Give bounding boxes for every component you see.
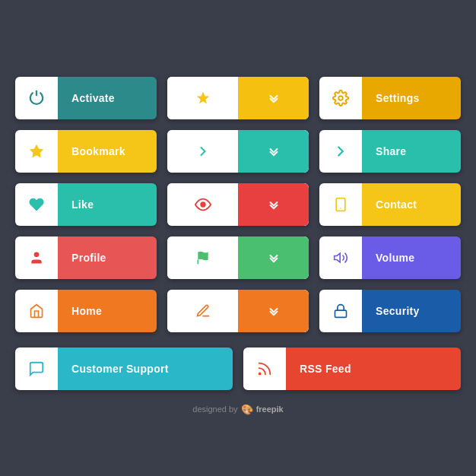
like-icon-area: [15, 183, 58, 226]
rss-feed-label: RSS Feed: [286, 347, 461, 390]
svg-point-1: [338, 96, 343, 100]
bookmark-label: Bookmark: [58, 130, 157, 173]
svg-rect-4: [336, 198, 345, 211]
home-icon-area: [15, 290, 58, 332]
contact-mid-icon: [167, 183, 238, 226]
chevron-right-icon: [332, 143, 349, 160]
like-button[interactable]: Like: [15, 183, 157, 226]
bookmark-mid-button[interactable]: [167, 77, 309, 119]
footer-text: designed by: [192, 405, 237, 414]
share-mid-chevrons: [238, 130, 309, 173]
activate-icon-area: [15, 77, 58, 119]
volume-mid-button[interactable]: [167, 236, 309, 279]
volume-label: Volume: [362, 236, 461, 279]
house-icon: [29, 303, 44, 319]
customer-support-label: Customer Support: [58, 347, 233, 390]
security-mid-color: [238, 290, 309, 332]
bookmark-icon-area: [15, 130, 58, 173]
chat-icon: [28, 360, 45, 377]
svg-rect-9: [335, 310, 347, 317]
share-mid-button[interactable]: [167, 130, 309, 173]
svg-marker-2: [30, 144, 43, 157]
volume-mid-icon: [167, 236, 238, 279]
share-label: Share: [362, 130, 461, 173]
bookmark-mid-icon: [167, 77, 238, 119]
svg-marker-8: [335, 253, 341, 262]
profile-button[interactable]: Profile: [15, 236, 157, 279]
share-icon-area: [319, 130, 362, 173]
user-icon: [29, 250, 44, 265]
share-button[interactable]: Share: [319, 130, 461, 173]
home-button[interactable]: Home: [15, 290, 157, 332]
volume-icon-area: [319, 236, 362, 279]
share-mid-icon: [167, 130, 238, 173]
security-mid-button[interactable]: [167, 290, 309, 332]
gear-icon: [332, 90, 349, 106]
profile-label: Profile: [58, 236, 157, 279]
rss-icon: [256, 360, 273, 377]
freepik-icon: 🎨: [241, 404, 253, 415]
footer: designed by 🎨 freepik: [192, 404, 283, 415]
settings-label: Settings: [362, 77, 461, 119]
contact-mid-color: [238, 183, 309, 226]
activate-label: Activate: [58, 77, 157, 119]
contact-label: Contact: [362, 183, 461, 226]
svg-point-6: [34, 252, 40, 257]
settings-button[interactable]: Settings: [319, 77, 461, 119]
security-icon-area: [319, 290, 362, 332]
power-icon: [28, 90, 45, 106]
volume-mid-color: [238, 236, 309, 279]
bookmark-mid-chevrons: [238, 77, 309, 119]
svg-marker-0: [196, 91, 209, 103]
customer-support-button[interactable]: Customer Support: [15, 347, 233, 390]
lock-icon: [333, 303, 348, 319]
phone-icon: [333, 197, 348, 212]
activate-button[interactable]: Activate: [15, 77, 157, 119]
svg-point-3: [201, 202, 205, 207]
settings-icon-area: [319, 77, 362, 119]
like-label: Like: [58, 183, 157, 226]
home-label: Home: [58, 290, 157, 332]
heart-icon: [28, 196, 45, 213]
customer-support-icon-area: [15, 347, 58, 390]
security-button[interactable]: Security: [319, 290, 461, 332]
footer-brand: freepik: [256, 405, 284, 414]
security-label: Security: [362, 290, 461, 332]
speaker-icon: [333, 250, 348, 265]
contact-button[interactable]: Contact: [319, 183, 461, 226]
rss-feed-icon-area: [243, 347, 286, 390]
svg-point-10: [259, 373, 261, 374]
rss-feed-button[interactable]: RSS Feed: [243, 347, 461, 390]
volume-button[interactable]: Volume: [319, 236, 461, 279]
contact-icon-area: [319, 183, 362, 226]
contact-mid-button[interactable]: [167, 183, 309, 226]
profile-icon-area: [15, 236, 58, 279]
bookmark-button[interactable]: Bookmark: [15, 130, 157, 173]
star-icon: [28, 143, 45, 160]
security-mid-icon: [167, 290, 238, 332]
